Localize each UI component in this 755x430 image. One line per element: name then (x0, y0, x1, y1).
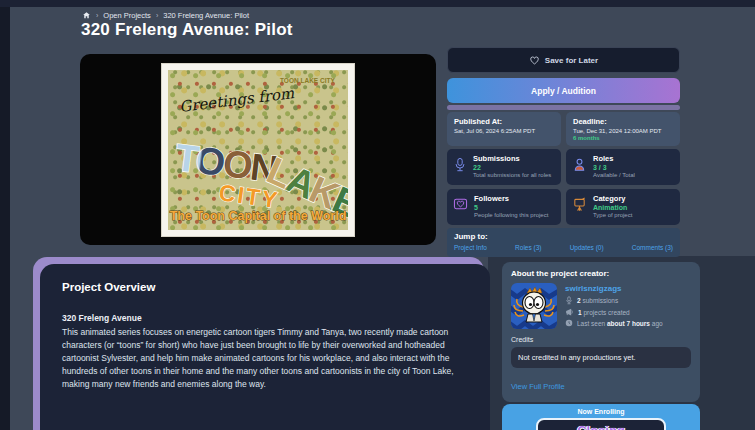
jump-link-updates[interactable]: Updates (0) (570, 244, 604, 251)
jump-to-bar: Jump to: Project Info Roles (3) Updates … (447, 228, 680, 257)
creator-projects: 1 projects created (578, 309, 630, 316)
toon-lake-postcard-art: TOON LAKE CITY Greetings from TOON LAKE … (168, 70, 348, 230)
jump-link-project-info[interactable]: Project Info (454, 244, 487, 251)
followers-icon (453, 197, 468, 211)
view-full-profile-link[interactable]: View Full Profile (511, 382, 691, 391)
credits-value: Not credited in any productions yet. (511, 347, 691, 368)
postcard-tagline: The Toon Capital of the World (170, 209, 347, 223)
apply-audition-button[interactable]: Apply / Audition (447, 78, 680, 103)
save-for-later-button[interactable]: Save for Later (447, 47, 680, 73)
breadcrumb: › Open Projects › 320 Freleng Avenue: Pi… (82, 11, 249, 20)
roles-icon (572, 157, 587, 173)
microphone-icon (565, 296, 573, 305)
published-at-label: Published At: (454, 117, 554, 126)
about-creator-panel: About the project creator: swirlsnzi (502, 262, 700, 402)
jump-link-roles[interactable]: Roles (3) (515, 244, 541, 251)
submissions-subtext: Total submissions for all roles (473, 172, 551, 178)
submissions-label: Submissions (473, 154, 551, 163)
project-overview-body: This animated series focuses on energeti… (62, 326, 468, 391)
deadline-card: Deadline: Tue, Dec 31, 2024 12:00AM PDT … (566, 112, 680, 146)
credits-label: Credits (511, 336, 691, 343)
category-icon (572, 197, 587, 213)
ad-brand-text: Closing (577, 423, 625, 430)
roles-count: 3 / 3 (593, 164, 635, 171)
project-media-viewer: TOON LAKE CITY Greetings from TOON LAKE … (80, 54, 436, 245)
megaphone-icon (565, 308, 574, 316)
deadline-value: Tue, Dec 31, 2024 12:00AM PDT (573, 128, 673, 134)
project-overview-heading: 320 Freleng Avenue (62, 313, 468, 323)
creator-last-seen: Last seen about 7 hours ago (577, 320, 663, 327)
creator-avatar[interactable] (511, 283, 557, 329)
about-creator-title: About the project creator: (511, 269, 691, 278)
deadline-label: Deadline: (573, 117, 673, 126)
project-overview-panel: Project Overview 320 Freleng Avenue This… (40, 264, 490, 430)
category-subtext: Type of project (593, 212, 632, 218)
postcard-greeting-text: Greetings from (178, 83, 296, 115)
page-title: 320 Freleng Avenue: Pilot (81, 20, 293, 40)
followers-count: 5 (474, 204, 548, 211)
roles-subtext: Available / Total (593, 172, 635, 178)
jump-link-comments[interactable]: Comments (3) (632, 244, 673, 251)
breadcrumb-open-projects[interactable]: Open Projects (103, 11, 151, 20)
section-divider (447, 105, 680, 110)
submissions-count: 22 (473, 164, 551, 171)
left-edge-bar (0, 0, 10, 430)
clock-icon (565, 319, 573, 327)
followers-card: Followers 5 People following this projec… (447, 189, 561, 225)
submissions-card: Submissions 22 Total submissions for all… (447, 149, 561, 185)
heart-icon (529, 55, 540, 66)
save-for-later-label: Save for Later (545, 56, 598, 65)
roles-card: Roles 3 / 3 Available / Total (566, 149, 680, 185)
published-at-value: Sat, Jul 06, 2024 6:25AM PDT (454, 128, 554, 134)
breadcrumb-current-page[interactable]: 320 Freleng Avenue: Pilot (163, 11, 249, 20)
ad-title: Now Enrolling (502, 408, 700, 415)
postcard-corner-text: TOON LAKE CITY (280, 77, 335, 84)
published-at-card: Published At: Sat, Jul 06, 2024 6:25AM P… (447, 112, 561, 146)
followers-label: Followers (474, 194, 548, 203)
project-overview-title: Project Overview (62, 281, 468, 293)
creator-username-link[interactable]: swirlsnzigzags (565, 284, 663, 293)
top-edge-bar (0, 0, 755, 7)
apply-audition-label: Apply / Audition (531, 86, 596, 96)
now-enrolling-ad-banner[interactable]: Now Enrolling Closing (502, 404, 700, 430)
category-label: Category (593, 194, 632, 203)
breadcrumb-separator: › (156, 12, 158, 19)
ad-brand-box: Closing (536, 418, 666, 430)
roles-label: Roles (593, 154, 635, 163)
creator-submissions: 2 submissions (577, 297, 618, 304)
microphone-icon (453, 157, 467, 173)
category-value: Animation (593, 204, 632, 211)
followers-subtext: People following this project (474, 212, 548, 218)
jump-to-label: Jump to: (454, 232, 673, 241)
home-icon[interactable] (82, 11, 91, 20)
deadline-countdown: 6 months (573, 135, 673, 141)
project-poster-image: TOON LAKE CITY Greetings from TOON LAKE … (161, 63, 355, 237)
category-card: Category Animation Type of project (566, 189, 680, 225)
breadcrumb-separator: › (96, 12, 98, 19)
